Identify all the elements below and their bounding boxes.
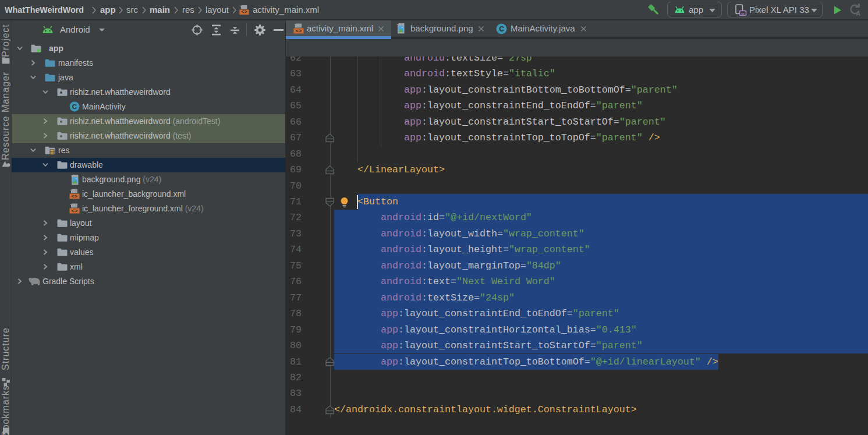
svg-text:<>: <> xyxy=(241,9,247,15)
svg-text:<>: <> xyxy=(72,194,78,199)
svg-text:C: C xyxy=(499,25,504,33)
svg-text:<>: <> xyxy=(296,29,302,34)
svg-text:A: A xyxy=(856,10,860,16)
svg-text:C: C xyxy=(72,103,77,110)
svg-text:<>: <> xyxy=(72,208,78,214)
